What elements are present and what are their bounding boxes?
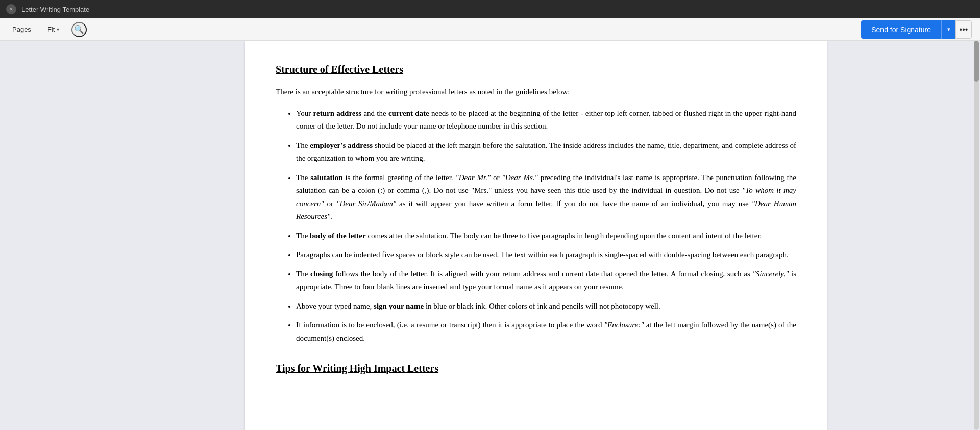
intro-text: There is an acceptable structure for wri… xyxy=(276,86,796,99)
send-signature-button[interactable]: Send for Signature xyxy=(861,20,941,39)
list-item: The body of the letter comes after the s… xyxy=(296,230,796,243)
left-gutter xyxy=(0,41,102,430)
signature-dropdown-button[interactable]: ▾ xyxy=(941,20,955,39)
list-item: Your return address and the current date… xyxy=(296,107,796,133)
scrollbar-thumb[interactable] xyxy=(974,41,979,82)
list-item: If information is to be enclosed, (i.e. … xyxy=(296,319,796,345)
list-item: The salutation is the formal greeting of… xyxy=(296,171,796,223)
signature-group: Send for Signature ▾ ••• xyxy=(861,20,972,39)
main-area: Structure of Effective Letters There is … xyxy=(0,41,980,430)
tips-title: Tips for Writing High Impact Letters xyxy=(276,360,796,376)
section-title: Structure of Effective Letters xyxy=(276,61,796,78)
dropdown-arrow-icon: ▾ xyxy=(947,26,950,33)
bold-text: return address xyxy=(313,109,362,117)
list-item: The employer's address should be placed … xyxy=(296,139,796,165)
toolbar: Pages Fit ▾ 🔍 Send for Signature ▾ ••• xyxy=(0,18,980,41)
document-page: Structure of Effective Letters There is … xyxy=(245,41,827,430)
more-options-button[interactable]: ••• xyxy=(955,20,972,39)
fit-label: Fit xyxy=(47,26,55,33)
right-gutter xyxy=(970,41,980,430)
chevron-down-icon: ▾ xyxy=(57,27,59,32)
search-icon: 🔍 xyxy=(74,24,84,34)
close-icon: × xyxy=(9,6,13,13)
document-container[interactable]: Structure of Effective Letters There is … xyxy=(102,41,970,430)
bullet-list: Your return address and the current date… xyxy=(276,107,796,345)
list-item: Above your typed name, sign your name in… xyxy=(296,300,796,313)
list-item: Paragraphs can be indented five spaces o… xyxy=(296,248,796,262)
window-title: Letter Writing Template xyxy=(21,6,89,13)
search-button[interactable]: 🔍 xyxy=(71,22,87,37)
pages-label: Pages xyxy=(12,26,31,33)
pages-button[interactable]: Pages xyxy=(8,23,35,35)
title-bar: × Letter Writing Template xyxy=(0,0,980,18)
scrollbar-track xyxy=(974,41,979,430)
close-button[interactable]: × xyxy=(6,4,16,14)
fit-button[interactable]: Fit ▾ xyxy=(43,23,63,35)
list-item: The closing follows the body of the lett… xyxy=(296,268,796,294)
